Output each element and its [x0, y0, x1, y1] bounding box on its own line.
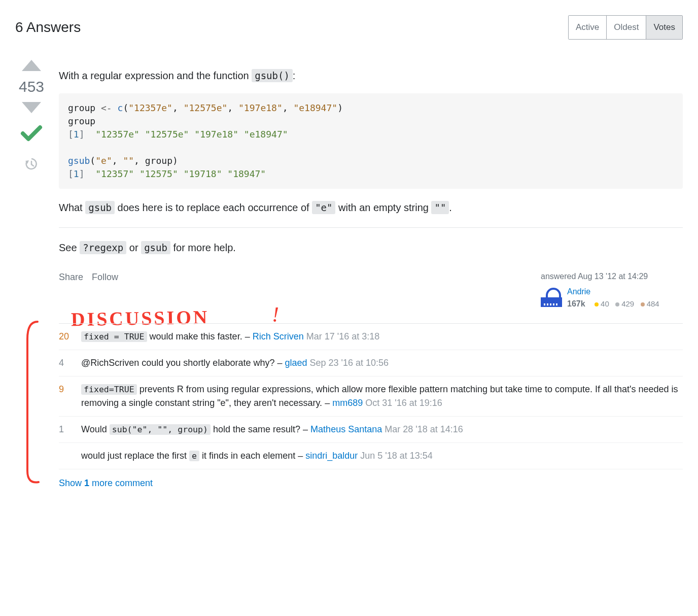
text: would make this faster.: [147, 331, 242, 341]
comment-score: 9: [59, 383, 74, 410]
code-inline: ?regexp: [80, 241, 126, 254]
comment: 20 fixed = TRUE would make this faster. …: [59, 324, 683, 350]
bronze-badge-icon: [641, 302, 645, 306]
gold-badge-icon: [595, 302, 599, 306]
comment-user[interactable]: mm689: [332, 398, 363, 408]
answer-body: With a regular expression and the functi…: [59, 58, 683, 491]
code-token: "12357": [95, 168, 134, 179]
comment-user[interactable]: Matheus Santana: [310, 424, 382, 434]
share-link[interactable]: Share: [59, 272, 83, 282]
comment-code: fixed=TRUE: [81, 384, 137, 395]
text: What: [59, 202, 85, 213]
answered-time: answered Aug 13 '12 at 14:29: [541, 270, 683, 283]
comment-user[interactable]: glaed: [285, 358, 307, 368]
code-token: "e18947": [244, 129, 288, 140]
text: hold the same result?: [211, 424, 300, 434]
code-token: (: [90, 155, 95, 166]
follow-link[interactable]: Follow: [92, 272, 118, 282]
text: Show: [59, 478, 84, 488]
intro-text: With a regular expression and the functi…: [59, 70, 252, 81]
text: would just replace the first: [81, 451, 189, 461]
code-token: group: [68, 102, 101, 113]
code-token: "18947": [227, 168, 266, 179]
see-paragraph: See ?regexp or gsub for more help.: [59, 240, 683, 255]
text: does here is to replace each occurrence …: [115, 202, 312, 213]
code-token: (: [123, 102, 128, 113]
svg-marker-1: [22, 102, 41, 113]
answers-count-title: 6 Answers: [15, 17, 81, 38]
reputation: 167k: [567, 299, 585, 308]
comment-code: sub("e", "", group): [110, 424, 211, 435]
code-inline: "": [431, 201, 449, 214]
intro-suffix: :: [293, 70, 296, 81]
code-token: [112, 102, 118, 113]
comment-user[interactable]: Rich Scriven: [253, 331, 304, 341]
comment-text: would just replace the first e it finds …: [81, 449, 683, 463]
show-more-comments[interactable]: Show 1 more comment: [59, 476, 683, 490]
code-token: "12357e": [95, 129, 139, 140]
comment-code: e: [189, 451, 199, 461]
silver-count: 429: [621, 299, 634, 308]
comment-time: Jun 5 '18 at 13:54: [360, 451, 433, 461]
user-card: answered Aug 13 '12 at 14:29 Andrie 167k…: [541, 270, 683, 310]
comment-time: Oct 31 '16 at 19:16: [365, 398, 442, 408]
text: @RichScriven could you shortly elaborate…: [81, 358, 274, 368]
code-token: "12575": [139, 168, 178, 179]
comment-user[interactable]: sindri_baldur: [305, 451, 358, 461]
code-inline: gsub: [141, 241, 170, 254]
intro-code: gsub(): [252, 69, 293, 82]
user-stats: 167k 40 429 484: [567, 298, 659, 310]
comment-text: Would sub("e", "", group) hold the same …: [81, 423, 683, 436]
text: more comment: [89, 478, 153, 488]
avatar[interactable]: [541, 286, 562, 307]
comment-time: Sep 23 '16 at 10:56: [310, 358, 389, 368]
code-token: "12357e": [128, 102, 172, 113]
comment: would just replace the first e it finds …: [59, 443, 683, 469]
actions-row: Share Follow answered Aug 13 '12 at 14:2…: [59, 270, 683, 310]
comment-score: 1: [59, 423, 74, 436]
comment: 1 Would sub("e", "", group) hold the sam…: [59, 417, 683, 443]
code-token: "e18947": [293, 102, 337, 113]
text: See: [59, 242, 80, 253]
tab-oldest[interactable]: Oldest: [606, 16, 646, 39]
history-icon[interactable]: [24, 157, 39, 175]
code-inline: "e": [312, 201, 335, 214]
code-block: group <- c("12357e", "12575e", "197e18",…: [59, 93, 683, 189]
answer: 453 With a regular expression and the fu…: [15, 58, 683, 491]
comment-text: fixed=TRUE prevents R from using regular…: [81, 383, 683, 410]
comment: 9 fixed=TRUE prevents R from using regul…: [59, 377, 683, 417]
code-token: "197e18": [238, 102, 283, 113]
comment-text: @RichScriven could you shortly elaborate…: [81, 356, 683, 370]
code-inline: gsub: [85, 201, 115, 214]
tab-active[interactable]: Active: [569, 16, 606, 39]
answers-header: 6 Answers Active Oldest Votes: [15, 15, 683, 40]
intro-paragraph: With a regular expression and the functi…: [59, 68, 683, 83]
code-token: <-: [101, 102, 112, 113]
upvote-icon[interactable]: [20, 58, 43, 73]
code-token: gsub: [68, 155, 90, 166]
downvote-icon[interactable]: [20, 100, 43, 115]
text: for more help.: [170, 242, 236, 253]
comment-text: fixed = TRUE would make this faster. – R…: [81, 330, 683, 344]
comment-time: Mar 28 '18 at 14:16: [385, 424, 463, 434]
code-token: "": [123, 155, 134, 166]
comment-score: 20: [59, 330, 74, 344]
code-token: [85, 168, 96, 179]
svg-marker-0: [22, 60, 41, 71]
text: with an empty string: [335, 202, 431, 213]
code-token: "12575e": [184, 102, 228, 113]
comments-list: 20 fixed = TRUE would make this faster. …: [59, 323, 683, 469]
vote-column: 453: [15, 58, 48, 491]
explain-paragraph: What gsub does here is to replace each o…: [59, 200, 683, 215]
text: it finds in each element: [199, 451, 295, 461]
comment-score: 4: [59, 356, 74, 370]
code-token: "197e18": [194, 129, 238, 140]
code-token: c: [118, 102, 123, 113]
tab-votes[interactable]: Votes: [646, 16, 682, 39]
show-more-count: 1: [84, 478, 89, 488]
code-token: group: [145, 155, 172, 166]
bronze-count: 484: [647, 299, 659, 308]
gold-count: 40: [601, 299, 609, 308]
user-link[interactable]: Andrie: [567, 286, 659, 298]
text: Would: [81, 424, 110, 434]
